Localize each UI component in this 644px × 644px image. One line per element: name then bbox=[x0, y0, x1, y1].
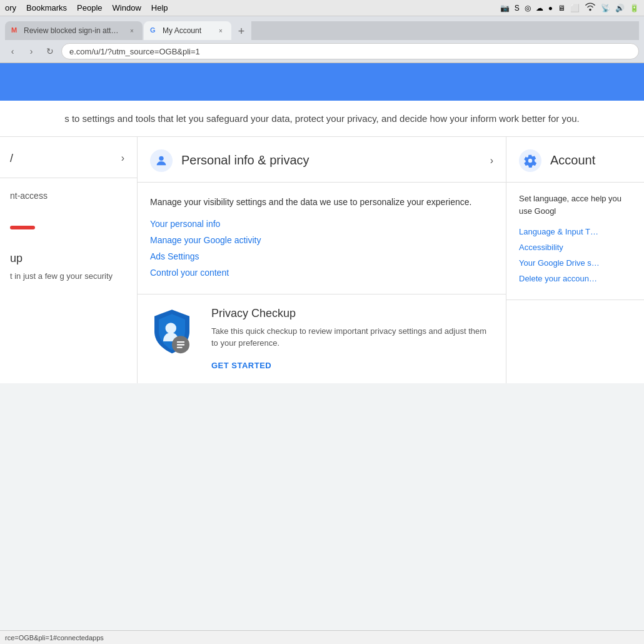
link-language-input[interactable]: Language & Input T… bbox=[519, 227, 634, 236]
link-accessibility[interactable]: Accessibility bbox=[519, 243, 634, 252]
link-google-drive[interactable]: Your Google Drive s… bbox=[519, 258, 634, 268]
card-right-body: Set language, acce help you use Googl La… bbox=[506, 183, 644, 301]
card-middle-description: Manage your visibility settings and the … bbox=[150, 195, 493, 209]
card-middle-header[interactable]: Personal info & privacy › bbox=[138, 137, 506, 183]
wifi-icon bbox=[585, 3, 596, 13]
menu-item-window[interactable]: Window bbox=[113, 3, 141, 13]
red-bar-indicator bbox=[10, 226, 35, 229]
card-right: Account Set language, acce help you use … bbox=[506, 137, 644, 383]
card-right-header[interactable]: Account bbox=[506, 137, 644, 183]
link-delete-account[interactable]: Delete your accoun… bbox=[519, 274, 634, 283]
svg-rect-3 bbox=[177, 341, 184, 343]
address-bar[interactable]: e.com/u/1/?utm_source=OGB&pli=1 bbox=[61, 43, 639, 59]
svg-point-0 bbox=[159, 156, 163, 160]
url-text: e.com/u/1/?utm_source=OGB&pli=1 bbox=[69, 47, 200, 56]
card-right-description: Set language, acce help you use Googl bbox=[519, 193, 634, 219]
link-google-activity[interactable]: Manage your Google activity bbox=[150, 235, 493, 245]
card-left: / › nt-access up t in just a few g your … bbox=[0, 137, 138, 383]
card-left-header[interactable]: / › bbox=[0, 137, 137, 178]
cards-area: / › nt-access up t in just a few g your … bbox=[0, 137, 644, 383]
privacy-checkup-title: Privacy Checkup bbox=[211, 307, 493, 320]
svg-point-1 bbox=[166, 323, 177, 334]
tabs-row: M Review blocked sign-in attem… × G My A… bbox=[0, 16, 644, 40]
account-preferences-icon bbox=[519, 149, 541, 172]
tab-gmail-label: Review blocked sign-in attem… bbox=[24, 26, 121, 35]
card-left-title: / bbox=[10, 152, 13, 165]
privacy-checkup-icon-container bbox=[150, 307, 200, 357]
tab-gmail[interactable]: M Review blocked sign-in attem… × bbox=[5, 21, 143, 40]
airplay-icon: ⬜ bbox=[570, 4, 580, 13]
blue-header-strip bbox=[0, 63, 644, 101]
tab-myaccount-close[interactable]: × bbox=[216, 26, 225, 35]
menu-item-bookmarks[interactable]: Bookmarks bbox=[26, 3, 67, 13]
menu-item-people[interactable]: People bbox=[77, 3, 102, 13]
tab-myaccount[interactable]: G My Account × bbox=[144, 21, 231, 40]
new-tab-button[interactable]: + bbox=[233, 23, 250, 40]
forward-button[interactable]: › bbox=[24, 44, 39, 59]
tab-gmail-close[interactable]: × bbox=[128, 26, 136, 35]
mac-menu-bar: ory Bookmarks People Window Help 📷 S ◎ ☁… bbox=[0, 0, 644, 16]
back-button[interactable]: ‹ bbox=[5, 44, 20, 59]
page-content: s to settings and tools that let you saf… bbox=[0, 63, 644, 383]
status-bar: rce=OGB&pli=1#connectedapps bbox=[0, 630, 644, 644]
privacy-checkup-description: Take this quick checkup to review import… bbox=[211, 325, 493, 350]
card-right-title: Account bbox=[550, 153, 631, 168]
privacy-checkup-text: Privacy Checkup Take this quick checkup … bbox=[211, 307, 493, 371]
get-started-button[interactable]: GET STARTED bbox=[211, 361, 271, 370]
battery-icon: 🔋 bbox=[630, 4, 639, 13]
gmail-favicon: M bbox=[11, 26, 20, 35]
google-favicon: G bbox=[150, 26, 159, 35]
link-personal-info[interactable]: Your personal info bbox=[150, 219, 493, 229]
shield-icon bbox=[150, 307, 194, 357]
airplay2-icon: 📡 bbox=[601, 4, 610, 13]
volume-icon: 🔊 bbox=[615, 4, 625, 13]
card-left-bottom-sub: t in just a few g your security bbox=[10, 270, 127, 283]
camera-icon: 📷 bbox=[500, 4, 510, 13]
system-tray: 📷 S ◎ ☁ ● 🖥 ⬜ 📡 🔊 🔋 bbox=[500, 3, 639, 13]
tab-myaccount-label: My Account bbox=[163, 26, 210, 35]
link-control-content[interactable]: Control your content bbox=[150, 268, 493, 278]
privacy-checkup-section: Privacy Checkup Take this quick checkup … bbox=[138, 294, 506, 383]
card-left-bottom-heading: up bbox=[10, 252, 127, 265]
subtitle-text: s to settings and tools that let you saf… bbox=[64, 113, 580, 124]
menu-item-help[interactable]: Help bbox=[151, 3, 168, 13]
card-middle-chevron-icon: › bbox=[490, 155, 493, 166]
card-left-bottom: up t in just a few g your security bbox=[0, 242, 137, 293]
reload-button[interactable]: ↻ bbox=[43, 44, 58, 59]
address-row: ‹ › ↻ e.com/u/1/?utm_source=OGB&pli=1 bbox=[0, 40, 644, 63]
personal-info-icon bbox=[150, 149, 173, 172]
menu-item-history[interactable]: ory bbox=[5, 3, 16, 13]
card-left-body: nt-access bbox=[0, 178, 137, 213]
svg-rect-4 bbox=[177, 344, 184, 345]
card-middle: Personal info & privacy › Manage your vi… bbox=[138, 137, 506, 383]
status-url: rce=OGB&pli=1#connectedapps bbox=[5, 634, 104, 641]
dot-icon: ● bbox=[548, 4, 553, 13]
card-left-item: nt-access bbox=[10, 188, 127, 203]
link-ads-settings[interactable]: Ads Settings bbox=[150, 251, 493, 261]
scrobbler-icon: S bbox=[515, 4, 520, 13]
card-middle-body: Manage your visibility settings and the … bbox=[138, 183, 506, 294]
lastfm-icon: ◎ bbox=[525, 4, 531, 13]
card-left-chevron-icon: › bbox=[121, 153, 124, 164]
svg-rect-5 bbox=[177, 347, 183, 348]
display-icon: 🖥 bbox=[558, 4, 565, 13]
card-middle-title: Personal info & privacy bbox=[181, 153, 481, 168]
cloud-icon: ☁ bbox=[536, 4, 543, 13]
page-subtitle: s to settings and tools that let you saf… bbox=[0, 101, 644, 137]
browser-chrome: M Review blocked sign-in attem… × G My A… bbox=[0, 16, 644, 63]
